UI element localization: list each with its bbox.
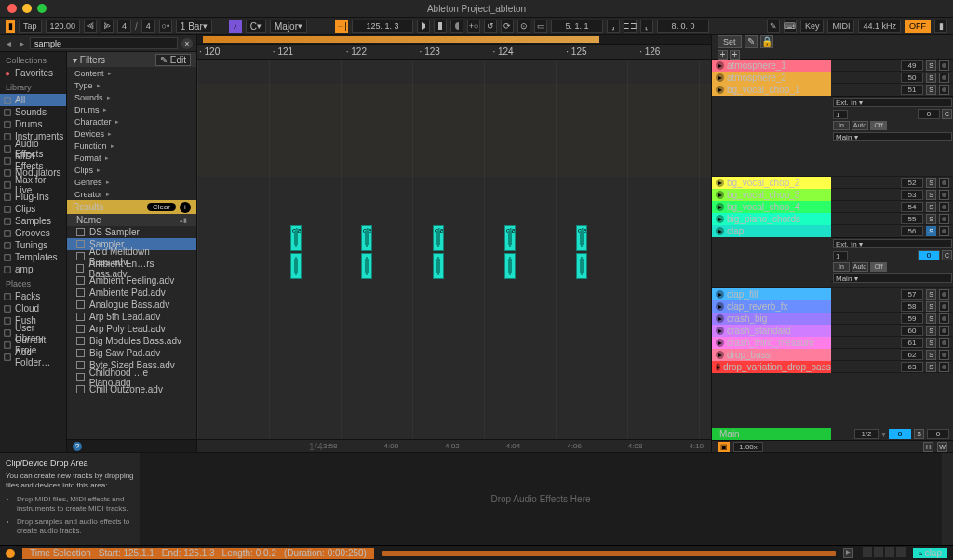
punch-in-button[interactable]: ⸥	[607, 20, 620, 33]
result-row[interactable]: Ambiente Pad.adv	[67, 287, 196, 299]
track-solo-button[interactable]: S	[926, 313, 936, 324]
track-header-bg_vocal_chop_1[interactable]: bg_vocal_chop_151SExt. In ▾10CInAutoOffM…	[712, 84, 953, 177]
track-play-button[interactable]	[716, 302, 724, 311]
add-return-button[interactable]: +	[730, 50, 740, 60]
automation-arm-button[interactable]: ↺	[484, 20, 497, 33]
signature-denominator[interactable]: 4	[141, 20, 155, 33]
loop-start[interactable]: 5. 1. 1	[551, 20, 603, 33]
track-play-button[interactable]	[716, 363, 720, 371]
library-item-midi-effects[interactable]: MIDI Effects	[0, 154, 66, 167]
filters-edit-button[interactable]: ✎ Edit	[155, 54, 191, 66]
filter-creator[interactable]: Creator	[67, 188, 196, 200]
follow-playback-toggle[interactable]: ▣	[718, 442, 730, 452]
loop-length[interactable]: 8. 0. 0	[657, 20, 709, 33]
library-item-samples[interactable]: Samples	[0, 215, 66, 227]
track-pan[interactable]: C	[942, 109, 952, 119]
tempo-field[interactable]: 120.00	[46, 20, 81, 33]
browser-forward-button[interactable]: ▸	[17, 38, 26, 48]
track-solo-button[interactable]: S	[926, 301, 936, 312]
result-row[interactable]: Ambient En…rs Bass.adv	[67, 262, 196, 274]
library-item-clips[interactable]: Clips	[0, 203, 66, 215]
lock-envelopes-button[interactable]: 🔒	[760, 35, 773, 48]
arrangement-overview[interactable]	[197, 35, 711, 45]
track-header-bg_vocal_chop_4[interactable]: bg_vocal_chop_454S	[712, 201, 953, 213]
draw-mode-toggle[interactable]: ✎	[767, 20, 780, 33]
result-row[interactable]: Arp Poly Lead.adv	[67, 323, 196, 335]
key-map-button[interactable]: Key	[800, 20, 825, 33]
arrangement-position[interactable]: 125. 1. 3	[352, 20, 413, 33]
track-header-clap_reverb_fx[interactable]: clap_reverb_fx58S	[712, 300, 953, 313]
track-header-crash_third_measure[interactable]: crash_third_measure61S	[712, 337, 953, 349]
track-number[interactable]: 63	[901, 362, 923, 372]
track-volume[interactable]: 0	[918, 109, 940, 119]
track-number[interactable]: 60	[901, 326, 923, 336]
reenable-automation-button[interactable]: ⟳	[501, 20, 514, 33]
library-item-drums[interactable]: Drums	[0, 118, 66, 130]
clap-clip[interactable]: cla	[433, 225, 444, 251]
search-input[interactable]	[30, 37, 178, 49]
track-number[interactable]: 57	[901, 289, 923, 300]
library-item-tunings[interactable]: Tunings	[0, 239, 66, 251]
library-item-max-for-live[interactable]: Max for Live	[0, 179, 66, 191]
track-number[interactable]: 54	[901, 202, 923, 212]
metronome-toggle[interactable]: ○•	[159, 20, 172, 33]
track-play-button[interactable]	[716, 61, 724, 70]
time-ruler[interactable]: 1/4 3:584:004:024:044:064:084:10	[197, 439, 711, 452]
places-item-packs[interactable]: Packs	[0, 290, 66, 302]
track-number[interactable]: 51	[901, 85, 923, 95]
result-row[interactable]: DS Sampler	[67, 226, 196, 238]
metronome-menu[interactable]: 1 Bar ▾	[176, 20, 212, 33]
track-solo-button[interactable]: S	[926, 350, 936, 360]
nudge-up-button[interactable]: ⫸	[101, 20, 114, 33]
record-button[interactable]	[450, 20, 463, 33]
track-header-crash_big[interactable]: crash_big59S	[712, 313, 953, 325]
clap-clip-take[interactable]	[504, 253, 516, 279]
track-arm-button[interactable]	[939, 313, 949, 324]
track-solo-button[interactable]: S	[926, 362, 936, 372]
midi-map-button[interactable]: MIDI	[827, 20, 854, 33]
filter-clips[interactable]: Clips	[67, 164, 196, 176]
track-header-big_piano_chords[interactable]: big_piano_chords55S	[712, 213, 953, 225]
play-button[interactable]	[417, 20, 430, 33]
track-play-button[interactable]	[716, 215, 724, 223]
places-item-cloud[interactable]: Cloud	[0, 302, 66, 314]
track-pan[interactable]: C	[942, 250, 952, 260]
track-arm-button[interactable]	[939, 85, 949, 95]
clap-clip-take[interactable]	[361, 253, 372, 279]
clap-clip-take[interactable]	[576, 253, 587, 279]
track-arm-button[interactable]	[939, 214, 949, 224]
track-header-drop_variation_drop_bass[interactable]: drop_variation_drop_bass63S	[712, 361, 953, 373]
track-number[interactable]: 58	[901, 301, 923, 312]
monitor-off[interactable]: Off	[870, 262, 887, 272]
input-channel[interactable]: 1	[833, 251, 848, 260]
track-play-button[interactable]	[716, 179, 724, 187]
automation-mode-button[interactable]: ✎	[745, 35, 758, 48]
track-header-clap_fill[interactable]: clap_fill57S	[712, 288, 953, 300]
track-solo-button[interactable]: S	[926, 178, 936, 188]
track-play-button[interactable]	[716, 191, 724, 199]
audio-engine-toggle[interactable]: OFF	[905, 20, 931, 33]
track-solo-button[interactable]: S	[926, 60, 936, 71]
result-row[interactable]: Analogue Bass.adv	[67, 299, 196, 311]
nudge-down-button[interactable]: ⫷	[84, 20, 97, 33]
track-arm-button[interactable]	[939, 73, 949, 83]
track-play-button[interactable]	[716, 339, 724, 347]
clap-clip-take[interactable]	[290, 253, 302, 279]
filter-devices[interactable]: Devices	[67, 127, 196, 140]
track-play-button[interactable]	[716, 290, 724, 299]
track-header-bg_vocal_chop_2[interactable]: bg_vocal_chop_252S	[712, 177, 953, 189]
scale-toggle[interactable]: ♪	[229, 20, 242, 33]
monitor-auto[interactable]: Auto	[852, 262, 868, 272]
filter-content[interactable]: Content	[67, 67, 196, 79]
track-arm-button[interactable]	[939, 350, 949, 360]
track-number[interactable]: 50	[901, 73, 923, 83]
loop-toggle[interactable]: ⊏⊐	[624, 20, 637, 33]
input-type[interactable]: Ext. In ▾	[833, 239, 952, 248]
track-arm-button[interactable]	[939, 178, 949, 188]
monitor-in[interactable]: In	[833, 121, 850, 130]
monitor-in[interactable]: In	[833, 262, 850, 272]
track-arm-button[interactable]	[939, 289, 949, 300]
track-solo-button[interactable]: S	[926, 202, 936, 212]
track-number[interactable]: 55	[901, 214, 923, 224]
library-item-grooves[interactable]: Grooves	[0, 227, 66, 239]
